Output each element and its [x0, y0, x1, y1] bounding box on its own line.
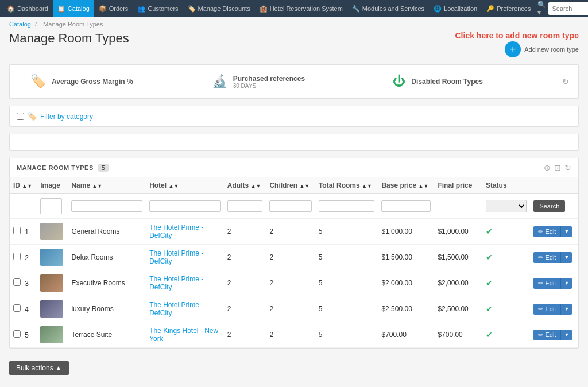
- add-room-type-button[interactable]: +: [505, 41, 521, 57]
- nav-search-box: 🔍▾: [535, 1, 588, 17]
- col-header-base-price[interactable]: Base price ▲▼: [378, 177, 434, 194]
- cell-status: ✔: [482, 245, 531, 270]
- cell-hotel: The Hotel Prime - DefCity: [146, 245, 224, 270]
- nav-preferences-label: Preferences: [497, 5, 531, 12]
- filter-status-select[interactable]: - Active Disabled: [486, 200, 527, 212]
- stats-refresh-icon[interactable]: ↻: [562, 77, 569, 86]
- cell-base-price: $1,000.00: [378, 219, 434, 245]
- hotel-link-4[interactable]: The Hotel Prime - DefCity: [149, 301, 203, 317]
- purchased-refs-icon: 🔬: [212, 74, 227, 89]
- cell-adults: 2: [224, 245, 266, 270]
- nav-orders[interactable]: 📦 Orders: [94, 0, 133, 17]
- table-row: 5 Terrace Suite The Kings Hotel - New Yo…: [10, 322, 578, 348]
- cell-image: [37, 270, 68, 296]
- nav-search-input[interactable]: [548, 2, 588, 15]
- filter-adults-input[interactable]: [227, 200, 263, 212]
- filter-by-category-label[interactable]: Filter by category: [40, 113, 93, 121]
- filter-search-button[interactable]: Search: [533, 200, 565, 212]
- edit-button-1[interactable]: ✏ Edit: [533, 226, 560, 237]
- room-types-table: ID ▲▼ Image Name ▲▼ Hotel ▲▼ Adults ▲▼ C…: [10, 177, 578, 348]
- table-row: 1 General Rooms The Hotel Prime - DefCit…: [10, 219, 578, 245]
- filter-name-input[interactable]: [71, 200, 142, 212]
- col-header-status: Status: [482, 177, 531, 194]
- row-checkbox-4[interactable]: [13, 304, 21, 312]
- hotel-link-5[interactable]: The Kings Hotel - New York: [149, 327, 218, 343]
- col-header-adults[interactable]: Adults ▲▼: [224, 177, 266, 194]
- cell-adults: 2: [224, 270, 266, 296]
- table-row: 3 Executive Rooms The Hotel Prime - DefC…: [10, 270, 578, 296]
- breadcrumb-current: Manage Room Types: [43, 21, 103, 28]
- filter-total-input[interactable]: [319, 200, 375, 212]
- edit-dropdown-2[interactable]: ▼: [560, 252, 572, 263]
- nav-modules[interactable]: 🔧 Modules and Services: [347, 0, 429, 17]
- nav-discounts[interactable]: 🏷️ Manage Discounts: [183, 0, 255, 17]
- cell-image: [37, 322, 68, 348]
- edit-dropdown-3[interactable]: ▼: [560, 278, 572, 289]
- row-checkbox-5[interactable]: [13, 330, 21, 338]
- nav-hotel[interactable]: 🏨 Hotel Reservation System: [255, 0, 347, 17]
- edit-button-4[interactable]: ✏ Edit: [533, 304, 560, 315]
- stat-purchased-refs: 🔬 Purchased references 30 DAYS: [200, 74, 381, 89]
- nav-catalog[interactable]: 📋 Catalog: [53, 0, 94, 17]
- col-header-total-rooms[interactable]: Total Rooms ▲▼: [315, 177, 378, 194]
- table-count-badge: 5: [98, 164, 109, 172]
- table-export-icon[interactable]: ⊡: [554, 163, 561, 172]
- status-active-icon-5: ✔: [486, 330, 493, 339]
- edit-dropdown-1[interactable]: ▼: [560, 226, 572, 237]
- cell-name: luxury Rooms: [68, 296, 146, 322]
- cell-status: ✔: [482, 270, 531, 296]
- edit-button-5[interactable]: ✏ Edit: [533, 330, 560, 340]
- col-header-name[interactable]: Name ▲▼: [68, 177, 146, 194]
- cell-id: 4: [10, 296, 37, 322]
- row-checkbox-2[interactable]: [13, 253, 21, 260]
- cell-action: ✏ Edit ▼: [530, 322, 578, 348]
- disabled-rooms-label: Disabled Room Types: [411, 78, 482, 86]
- filter-image-cell: [37, 194, 68, 219]
- cell-id: 1: [10, 219, 37, 245]
- table-header-row: ID ▲▼ Image Name ▲▼ Hotel ▲▼ Adults ▲▼ C…: [10, 177, 578, 194]
- nav-preferences[interactable]: 🔑 Preferences: [482, 0, 535, 17]
- table-add-icon[interactable]: ⊕: [544, 163, 551, 172]
- table-refresh-icon[interactable]: ↻: [564, 163, 571, 172]
- filter-base-input[interactable]: [381, 200, 431, 212]
- edit-button-3[interactable]: ✏ Edit: [533, 278, 560, 289]
- filter-checkbox[interactable]: [17, 113, 24, 120]
- cell-children: 2: [266, 270, 315, 296]
- edit-dropdown-4[interactable]: ▼: [560, 304, 572, 315]
- row-checkbox-1[interactable]: [13, 227, 21, 234]
- hotel-link-2[interactable]: The Hotel Prime - DefCity: [149, 249, 203, 265]
- table-body: 1 General Rooms The Hotel Prime - DefCit…: [10, 219, 578, 348]
- nav-dashboard[interactable]: 🏠 Dashboard: [2, 0, 53, 17]
- col-header-children[interactable]: Children ▲▼: [266, 177, 315, 194]
- cell-action: ✏ Edit ▼: [530, 219, 578, 245]
- filter-adults-cell: [224, 194, 266, 219]
- edit-dropdown-5[interactable]: ▼: [560, 330, 572, 340]
- search-toggle-icon[interactable]: 🔍▾: [535, 1, 548, 17]
- edit-button-2[interactable]: ✏ Edit: [533, 252, 560, 263]
- cell-base-price: $2,000.00: [378, 270, 434, 296]
- hotel-link-1[interactable]: The Hotel Prime - DefCity: [149, 223, 203, 239]
- stat-disabled-rooms: ⏻ Disabled Room Types: [381, 74, 562, 89]
- table-header-icons: ⊕ ⊡ ↻: [544, 163, 571, 172]
- filter-options-row: [9, 134, 579, 151]
- cell-image: [37, 219, 68, 245]
- nav-localization[interactable]: 🌐 Localization: [429, 0, 482, 17]
- breadcrumb-catalog-link[interactable]: Catalog: [9, 21, 31, 28]
- table-section: MANAGE ROOM TYPES 5 ⊕ ⊡ ↻ ID ▲▼ Image Na…: [9, 158, 579, 349]
- nav-localization-label: Localization: [444, 5, 477, 12]
- row-checkbox-3[interactable]: [13, 278, 21, 286]
- filter-children-input[interactable]: [269, 200, 311, 212]
- hotel-link-3[interactable]: The Hotel Prime - DefCity: [149, 275, 203, 291]
- bulk-actions-bar: Bulk actions ▲: [0, 355, 588, 381]
- filter-hotel-input[interactable]: [149, 200, 220, 212]
- dashboard-icon: 🏠: [7, 5, 15, 13]
- avg-margin-icon: 🏷️: [30, 74, 46, 89]
- nav-dashboard-label: Dashboard: [17, 5, 48, 12]
- bulk-actions-button[interactable]: Bulk actions ▲: [9, 361, 69, 375]
- table-row: 2 Delux Rooms The Hotel Prime - DefCity …: [10, 245, 578, 270]
- col-header-id[interactable]: ID ▲▼: [10, 177, 37, 194]
- nav-customers[interactable]: 👥 Customers: [133, 0, 183, 17]
- col-header-hotel[interactable]: Hotel ▲▼: [146, 177, 224, 194]
- filter-tag-icon: 🏷️: [28, 112, 37, 121]
- modules-icon: 🔧: [352, 5, 360, 13]
